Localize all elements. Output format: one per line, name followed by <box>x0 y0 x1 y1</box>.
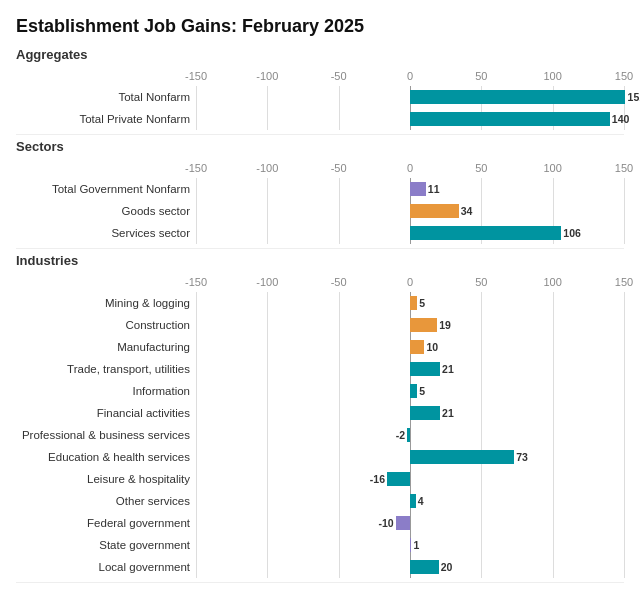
bar-value-label: 21 <box>442 407 454 419</box>
bar-value-label: 10 <box>426 341 438 353</box>
bar <box>410 362 440 376</box>
bar <box>410 204 459 218</box>
bar <box>410 112 610 126</box>
row-label: Professional & business services <box>16 429 196 441</box>
chart-row: Mining & logging5 <box>16 292 624 314</box>
bar <box>410 226 561 240</box>
section-label: Aggregates <box>16 47 624 62</box>
bar-container: 21 <box>196 402 624 424</box>
row-label: Total Government Nonfarm <box>16 183 196 195</box>
bar-container: 5 <box>196 292 624 314</box>
row-label: Total Nonfarm <box>16 91 196 103</box>
bar <box>410 296 417 310</box>
chart-row: Goods sector34 <box>16 200 624 222</box>
bar-value-label: 1 <box>414 539 420 551</box>
bar-value-label: 73 <box>516 451 528 463</box>
row-label: Local government <box>16 561 196 573</box>
row-label: Other services <box>16 495 196 507</box>
bar-value-label: 34 <box>461 205 473 217</box>
section-label: Sectors <box>16 139 624 154</box>
row-label: Federal government <box>16 517 196 529</box>
row-label: Total Private Nonfarm <box>16 113 196 125</box>
bar <box>410 318 437 332</box>
bar <box>410 538 411 552</box>
bar-container: 34 <box>196 200 624 222</box>
bar-container: -16 <box>196 468 624 490</box>
chart-row: Trade, transport, utilities21 <box>16 358 624 380</box>
bar-value-label: 151 <box>628 91 640 103</box>
bar-container: -10 <box>196 512 624 534</box>
bar-value-label: -10 <box>378 517 393 529</box>
bar <box>410 340 424 354</box>
bar-container: 4 <box>196 490 624 512</box>
bar-value-label: 4 <box>418 495 424 507</box>
bar-container: 10 <box>196 336 624 358</box>
bar <box>410 384 417 398</box>
chart-row: Local government20 <box>16 556 624 578</box>
bar-value-label: 11 <box>428 183 440 195</box>
bar-value-label: 5 <box>419 297 425 309</box>
chart-row: Other services4 <box>16 490 624 512</box>
page-title: Establishment Job Gains: February 2025 <box>16 16 624 37</box>
bar <box>410 494 416 508</box>
row-label: Trade, transport, utilities <box>16 363 196 375</box>
bar-container: -2 <box>196 424 624 446</box>
chart-row: Financial activities21 <box>16 402 624 424</box>
bar-container: 73 <box>196 446 624 468</box>
page-container: Establishment Job Gains: February 2025 A… <box>16 16 624 589</box>
row-label: Leisure & hospitality <box>16 473 196 485</box>
chart-row: Total Private Nonfarm140 <box>16 108 624 130</box>
row-label: Information <box>16 385 196 397</box>
chart-row: Construction19 <box>16 314 624 336</box>
row-label: Manufacturing <box>16 341 196 353</box>
chart-row: Federal government-10 <box>16 512 624 534</box>
bar-container: 106 <box>196 222 624 244</box>
bar-container: 21 <box>196 358 624 380</box>
chart-row: Total Government Nonfarm11 <box>16 178 624 200</box>
bar-value-label: 21 <box>442 363 454 375</box>
bar-value-label: 20 <box>441 561 453 573</box>
bar-container: 151 <box>196 86 624 108</box>
chart-row: Services sector106 <box>16 222 624 244</box>
chart-row: Leisure & hospitality-16 <box>16 468 624 490</box>
chart-row: Information5 <box>16 380 624 402</box>
row-label: Services sector <box>16 227 196 239</box>
row-label: Goods sector <box>16 205 196 217</box>
row-label: Mining & logging <box>16 297 196 309</box>
row-label: State government <box>16 539 196 551</box>
chart-row: State government1 <box>16 534 624 556</box>
bar <box>396 516 410 530</box>
chart-row: Professional & business services-2 <box>16 424 624 446</box>
bar <box>410 90 625 104</box>
chart-row: Manufacturing10 <box>16 336 624 358</box>
bar-container: 140 <box>196 108 624 130</box>
bar-container: 5 <box>196 380 624 402</box>
bar-container: 1 <box>196 534 624 556</box>
bar <box>407 428 410 442</box>
chart-row: Total Nonfarm151 <box>16 86 624 108</box>
bar <box>410 450 514 464</box>
chart-row: Education & health services73 <box>16 446 624 468</box>
section-label: Industries <box>16 253 624 268</box>
bar <box>410 182 426 196</box>
bar-container: 11 <box>196 178 624 200</box>
bar-value-label: 106 <box>563 227 581 239</box>
bar-value-label: -2 <box>396 429 405 441</box>
bar-value-label: 19 <box>439 319 451 331</box>
bar <box>410 560 439 574</box>
bar-value-label: 140 <box>612 113 630 125</box>
row-label: Education & health services <box>16 451 196 463</box>
bar-value-label: 5 <box>419 385 425 397</box>
bar-container: 19 <box>196 314 624 336</box>
row-label: Financial activities <box>16 407 196 419</box>
bar <box>410 406 440 420</box>
bar <box>387 472 410 486</box>
row-label: Construction <box>16 319 196 331</box>
bar-container: 20 <box>196 556 624 578</box>
bar-value-label: -16 <box>370 473 385 485</box>
